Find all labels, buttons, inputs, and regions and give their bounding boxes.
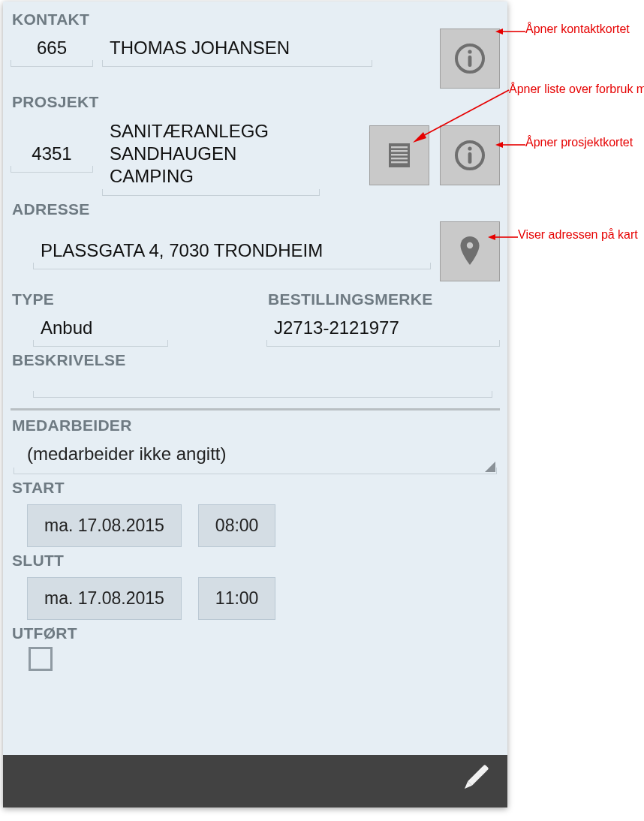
kontakt-name-field[interactable]: THOMAS JOHANSEN: [102, 32, 372, 67]
pencil-icon: [453, 759, 494, 800]
kontakt-id-field[interactable]: 665: [11, 32, 93, 67]
section-divider: [11, 408, 500, 410]
slutt-date-button[interactable]: ma. 17.08.2015: [27, 577, 182, 620]
form-panel: KONTAKT 665 THOMAS JOHANSEN PROSJEKT: [3, 2, 507, 807]
callout-prosjekt-list: Åpner liste over forbruk mv: [509, 83, 644, 96]
medarbeider-select[interactable]: (medarbeider ikke angitt): [14, 438, 497, 474]
svg-rect-2: [468, 56, 472, 67]
start-date-button[interactable]: ma. 17.08.2015: [27, 504, 182, 547]
svg-rect-4: [391, 146, 408, 148]
svg-rect-5: [391, 150, 408, 152]
adresse-field[interactable]: PLASSGATA 4, 7030 TRONDHEIM: [33, 234, 431, 269]
label-type: TYPE: [12, 290, 244, 308]
list-icon: [384, 140, 414, 170]
prosjekt-id-field[interactable]: 4351: [11, 137, 93, 173]
svg-rect-11: [468, 152, 472, 164]
svg-rect-13: [468, 766, 486, 785]
svg-rect-8: [391, 161, 408, 163]
label-bestillingsmerke: BESTILLINGSMERKE: [268, 290, 500, 308]
prosjekt-info-button[interactable]: [440, 125, 500, 185]
label-prosjekt: PROSJEKT: [12, 93, 500, 111]
prosjekt-list-button[interactable]: [369, 125, 429, 185]
label-adresse: ADRESSE: [12, 200, 500, 218]
map-pin-icon: [457, 235, 483, 268]
svg-point-10: [468, 146, 471, 150]
label-utfort: UTFØRT: [12, 624, 500, 642]
type-field[interactable]: Anbud: [33, 311, 168, 347]
info-icon: [453, 138, 487, 173]
start-time-button[interactable]: 08:00: [198, 504, 276, 547]
info-icon: [453, 41, 487, 76]
edit-button[interactable]: [453, 759, 494, 803]
svg-point-1: [468, 50, 471, 53]
callout-kontakt-info: Åpner kontaktkortet: [525, 23, 630, 36]
adresse-map-button[interactable]: [440, 221, 500, 281]
label-kontakt: KONTAKT: [12, 11, 500, 29]
svg-point-12: [467, 242, 473, 248]
label-slutt: SLUTT: [12, 552, 500, 570]
bottom-toolbar: [3, 755, 507, 807]
prosjekt-name-field[interactable]: SANITÆRANLEGG SANDHAUGEN CAMPING: [102, 114, 320, 196]
kontakt-info-button[interactable]: [440, 29, 500, 89]
beskrivelse-field[interactable]: [33, 372, 492, 398]
dropdown-caret-icon: [485, 462, 495, 472]
callout-prosjekt-info: Åpner prosjektkortet: [525, 136, 633, 149]
callout-adresse-map: Viser adressen på kart: [518, 228, 638, 242]
label-beskrivelse: BESKRIVELSE: [12, 351, 500, 369]
bestillingsmerke-field[interactable]: J2713-2121977: [266, 311, 500, 347]
slutt-time-button[interactable]: 11:00: [198, 577, 276, 620]
label-medarbeider: MEDARBEIDER: [12, 417, 500, 435]
svg-rect-6: [391, 154, 408, 155]
svg-rect-7: [391, 158, 408, 159]
medarbeider-selected: (medarbeider ikke angitt): [27, 444, 226, 464]
label-start: START: [12, 479, 500, 497]
utfort-checkbox[interactable]: [29, 647, 53, 671]
